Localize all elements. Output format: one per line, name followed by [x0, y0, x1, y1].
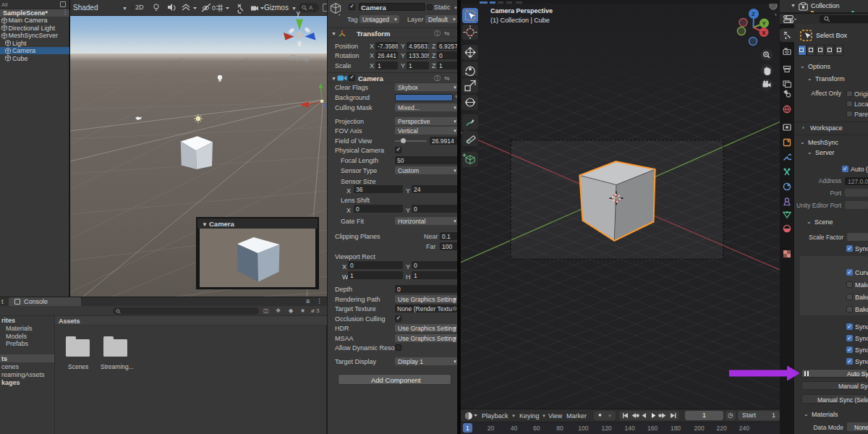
svg-text:Camera: Camera	[209, 220, 235, 228]
svg-text:‹: ‹	[775, 11, 777, 18]
svg-text:0: 0	[212, 4, 216, 12]
svg-text:Camera Perspective: Camera Perspective	[490, 7, 553, 14]
svg-text:‹ Persp: ‹ Persp	[286, 54, 310, 62]
svg-text:Z: Z	[752, 11, 755, 17]
svg-text:z: z	[314, 38, 317, 45]
svg-text:(1) Collection | Cube: (1) Collection | Cube	[490, 17, 550, 24]
svg-text:X: X	[762, 30, 766, 36]
svg-text:Y: Y	[762, 20, 767, 27]
svg-text:x: x	[280, 38, 283, 45]
svg-text:▼: ▼	[202, 221, 208, 228]
